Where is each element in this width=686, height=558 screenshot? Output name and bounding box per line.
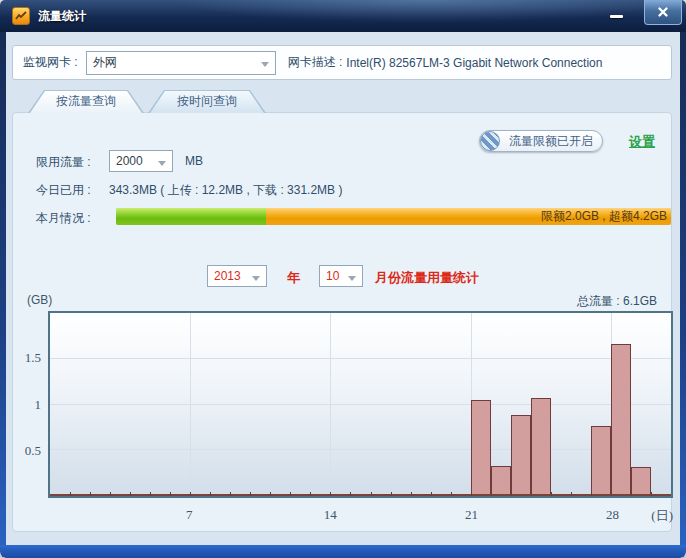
h-gridline: [50, 449, 671, 450]
chart-y-axis: 0.511.5: [13, 311, 44, 498]
day-tick: [591, 492, 592, 496]
day-tick: [130, 492, 131, 496]
day-tick: [230, 492, 231, 496]
close-button[interactable]: [644, 0, 682, 25]
limit-unit: MB: [185, 154, 203, 168]
day-tick: [350, 492, 351, 496]
close-icon: [657, 6, 669, 18]
v-gridline: [190, 313, 191, 496]
chart-plot: [48, 311, 673, 498]
nic-select[interactable]: 外网: [86, 51, 276, 75]
day-tick: [110, 492, 111, 496]
v-gridline: [330, 313, 331, 496]
chart-unit-label: (GB): [27, 293, 52, 307]
limit-select[interactable]: 2000: [109, 150, 173, 172]
month-label: 本月情况 :: [36, 210, 91, 227]
month-progress-bar: 限额2.0GB , 超额4.2GB: [116, 208, 671, 225]
chart-glyph-icon: [15, 11, 27, 21]
minimize-icon: [610, 15, 623, 18]
day-tick: [471, 492, 472, 496]
day-tick: [210, 492, 211, 496]
day-tick: [190, 492, 191, 496]
tab-label: 按流量查询: [28, 90, 144, 113]
x-axis-suffix: (日): [651, 507, 673, 525]
x-tick-label: 7: [176, 507, 202, 523]
nic-select-value: 外网: [93, 54, 117, 71]
nic-label: 监视网卡 :: [23, 54, 78, 71]
x-tick-label: 21: [458, 507, 484, 523]
chart-x-axis: (日) 7142128: [48, 507, 673, 523]
traffic-bar: [611, 344, 631, 496]
chevron-down-icon: [348, 276, 356, 281]
tab-by-traffic[interactable]: 按流量查询: [28, 90, 144, 113]
today-label: 今日已用 :: [36, 182, 91, 199]
window-frame-bottom: [0, 545, 686, 558]
month-select-value: 10: [326, 269, 339, 283]
day-tick: [451, 492, 452, 496]
window-frame-right: [680, 32, 686, 545]
h-gridline: [50, 358, 671, 359]
traffic-bar: [591, 426, 611, 496]
limit-label: 限用流量 :: [36, 154, 91, 171]
chevron-down-icon: [261, 62, 269, 67]
traffic-bar: [471, 400, 491, 496]
day-tick: [531, 492, 532, 496]
main-panel: 流量限额已开启 设置 限用流量 : 2000 MB 今日已用 : 343.3MB…: [12, 112, 672, 532]
y-tick-label: 1: [13, 397, 41, 413]
y-tick-label: 1.5: [13, 350, 41, 366]
day-tick: [90, 492, 91, 496]
month-select[interactable]: 10: [319, 265, 363, 287]
day-tick: [250, 492, 251, 496]
quota-toggle[interactable]: 流量限额已开启: [479, 130, 603, 152]
day-tick: [290, 492, 291, 496]
progress-over-segment: 限额2.0GB , 超额4.2GB: [266, 208, 671, 225]
day-tick: [270, 492, 271, 496]
chart-x-axis-line: [50, 494, 671, 496]
app-icon: [12, 7, 30, 25]
h-gridline: [50, 404, 671, 405]
day-tick: [491, 492, 492, 496]
day-tick: [511, 492, 512, 496]
progress-used-segment: [116, 208, 266, 225]
quota-toggle-label: 流量限额已开启: [506, 131, 596, 151]
day-tick: [310, 492, 311, 496]
traffic-bar: [631, 467, 651, 496]
period-title: 月份流量用量统计: [375, 269, 479, 287]
day-tick: [571, 492, 572, 496]
day-tick: [411, 492, 412, 496]
today-value: 343.3MB ( 上传 : 12.2MB , 下载 : 331.2MB ): [109, 182, 342, 199]
chevron-down-icon: [252, 276, 260, 281]
limit-select-value: 2000: [116, 154, 143, 168]
window-title: 流量统计: [38, 0, 86, 32]
year-select-value: 2013: [214, 269, 241, 283]
day-tick: [330, 492, 331, 496]
day-tick: [651, 492, 652, 496]
x-tick-label: 14: [317, 507, 343, 523]
period-year-suffix: 年: [287, 269, 300, 287]
nic-desc-value: Intel(R) 82567LM-3 Gigabit Network Conne…: [346, 56, 602, 70]
day-tick: [631, 492, 632, 496]
day-tick: [150, 492, 151, 496]
traffic-bar: [491, 466, 511, 496]
nic-toolbar: 监视网卡 : 外网 网卡描述 : Intel(R) 82567LM-3 Giga…: [12, 45, 672, 80]
app-window: 流量统计 监视网卡 : 外网 网卡描述 : Intel(R) 82567LM-3…: [0, 0, 686, 558]
year-select[interactable]: 2013: [207, 265, 267, 287]
toggle-knob-icon: [480, 131, 500, 151]
tab-label: 按时间查询: [148, 90, 266, 113]
minimize-button[interactable]: [604, 8, 628, 24]
settings-link[interactable]: 设置: [629, 133, 655, 151]
tab-by-time[interactable]: 按时间查询: [148, 90, 266, 113]
x-tick-label: 28: [600, 507, 626, 523]
day-tick: [611, 492, 612, 496]
y-tick-label: 0.5: [13, 443, 41, 459]
day-tick: [551, 492, 552, 496]
day-tick: [170, 492, 171, 496]
chart-total-label: 总流量 : 6.1GB: [577, 293, 657, 310]
day-tick: [371, 492, 372, 496]
day-tick: [391, 492, 392, 496]
nic-desc-label: 网卡描述 :: [288, 54, 343, 71]
traffic-bar: [531, 398, 551, 496]
day-tick: [431, 492, 432, 496]
traffic-bar: [511, 415, 531, 496]
window-content: 监视网卡 : 外网 网卡描述 : Intel(R) 82567LM-3 Giga…: [6, 32, 680, 545]
